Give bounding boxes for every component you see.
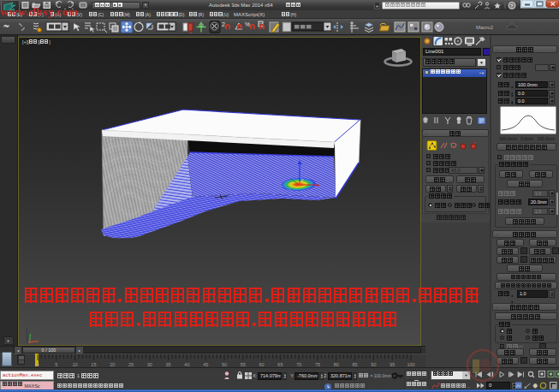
svg-text:30: 30 <box>147 362 152 367</box>
svg-text:70: 70 <box>296 362 301 367</box>
svg-text:5: 5 <box>55 362 57 367</box>
svg-text:95: 95 <box>390 362 395 367</box>
svg-text:65: 65 <box>277 362 282 367</box>
svg-text:75: 75 <box>315 362 320 367</box>
svg-text:25: 25 <box>128 362 134 367</box>
svg-text:85: 85 <box>353 362 358 367</box>
svg-text:0: 0 <box>36 362 39 367</box>
svg-text:10: 10 <box>73 362 78 367</box>
svg-text:60: 60 <box>259 362 265 367</box>
svg-text:15: 15 <box>91 362 96 367</box>
svg-text:35: 35 <box>166 362 171 367</box>
svg-text:90: 90 <box>371 362 376 367</box>
svg-text:100: 100 <box>407 362 414 367</box>
svg-text:40: 40 <box>184 362 189 367</box>
svg-text:50: 50 <box>222 362 227 367</box>
svg-text:55: 55 <box>241 362 246 367</box>
svg-text:Macro2: Macro2 <box>476 25 494 30</box>
svg-text:45: 45 <box>203 362 208 367</box>
svg-text:20: 20 <box>110 362 115 367</box>
svg-text:80: 80 <box>334 362 339 367</box>
svg-text:%: % <box>245 21 250 27</box>
svg-text:2: 2 <box>222 21 225 27</box>
